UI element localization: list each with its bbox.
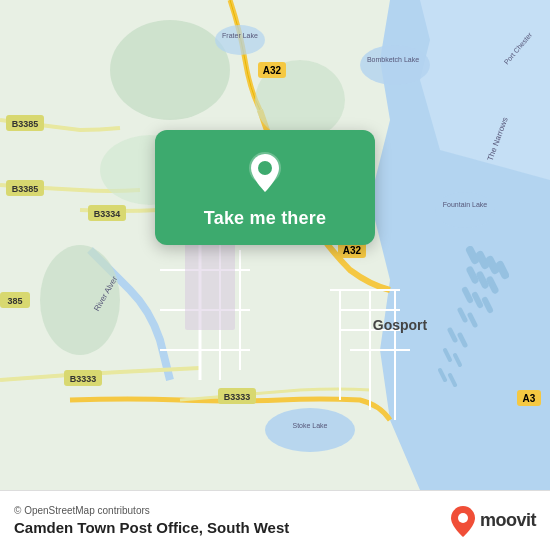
svg-line-57 <box>490 280 495 290</box>
map-pin-icon <box>241 148 289 196</box>
svg-text:B3385: B3385 <box>12 184 39 194</box>
svg-point-72 <box>458 513 468 523</box>
svg-text:A3: A3 <box>523 393 536 404</box>
svg-text:B3333: B3333 <box>70 374 97 384</box>
svg-point-71 <box>258 161 272 175</box>
svg-line-53 <box>490 260 495 270</box>
bottom-bar: © OpenStreetMap contributors Camden Town… <box>0 490 550 550</box>
take-me-there-button[interactable]: Take me there <box>204 208 326 229</box>
bottom-left-info: © OpenStreetMap contributors Camden Town… <box>14 505 289 536</box>
svg-text:B3334: B3334 <box>94 209 121 219</box>
svg-rect-69 <box>185 240 235 330</box>
moovit-pin-icon <box>450 505 476 537</box>
svg-text:Fountain Lake: Fountain Lake <box>443 201 487 208</box>
svg-line-51 <box>470 250 475 260</box>
moovit-brand-text: moovit <box>480 510 536 531</box>
svg-point-22 <box>435 192 495 228</box>
svg-line-52 <box>480 255 485 265</box>
svg-text:385: 385 <box>7 296 22 306</box>
svg-text:Stoke Lake: Stoke Lake <box>292 422 327 429</box>
svg-text:Frater Lake: Frater Lake <box>222 32 258 39</box>
svg-point-24 <box>360 45 430 85</box>
svg-point-18 <box>40 245 120 355</box>
moovit-logo: moovit <box>450 505 536 537</box>
svg-text:B3385: B3385 <box>12 119 39 129</box>
svg-text:Gosport: Gosport <box>373 317 428 333</box>
map-svg: A32 A32 A3 B3385 B3385 B3334 385 B3333 B… <box>0 0 550 490</box>
svg-text:A32: A32 <box>343 245 362 256</box>
svg-line-55 <box>470 270 475 280</box>
svg-point-23 <box>215 25 265 55</box>
svg-text:Bombketch Lake: Bombketch Lake <box>367 56 419 63</box>
osm-attribution: © OpenStreetMap contributors <box>14 505 289 516</box>
location-name: Camden Town Post Office, South West <box>14 519 289 536</box>
svg-point-21 <box>265 408 355 452</box>
svg-line-54 <box>500 265 505 275</box>
svg-text:B3333: B3333 <box>224 392 251 402</box>
popup-card: Take me there <box>155 130 375 245</box>
map-container: A32 A32 A3 B3385 B3385 B3334 385 B3333 B… <box>0 0 550 490</box>
svg-text:A32: A32 <box>263 65 282 76</box>
svg-point-17 <box>110 20 230 120</box>
svg-line-56 <box>480 275 485 285</box>
